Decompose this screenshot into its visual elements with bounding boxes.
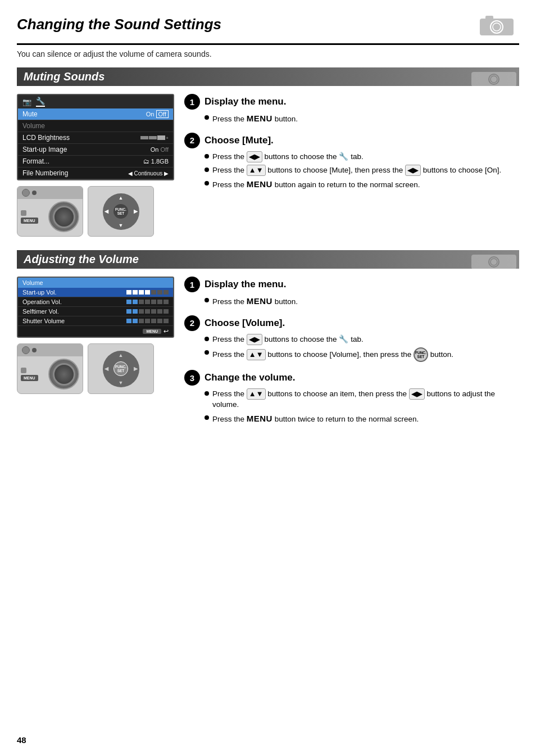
page-number: 48 (17, 735, 519, 745)
section-camera-icon-2 (469, 250, 519, 269)
screen-tab-bar: 📷 🔧 (18, 95, 173, 108)
bar2 (133, 319, 138, 323)
bar3 (139, 300, 144, 304)
volume-step-1-body: Press the MENU button. (205, 295, 519, 307)
bar1 (126, 319, 131, 323)
vol-step-3-number: 3 (184, 370, 200, 386)
funcset-button-inline: FUNC.SET (414, 347, 428, 362)
bar7 (163, 319, 169, 323)
ud-arrow-btn: ▲▼ (247, 165, 266, 176)
funcset-center-2: FUNC.SET (113, 361, 128, 376)
lr-arrow-btn-2: ◀▶ (405, 165, 421, 176)
volume-step-1-bullet-1: Press the MENU button. (205, 295, 519, 307)
svg-point-6 (490, 76, 497, 83)
lr-arrow-btn: ◀▶ (247, 151, 262, 162)
muting-step-1-header: 1 Display the menu. (184, 94, 519, 110)
selftimer-vol-bars (126, 309, 169, 314)
bar3 (139, 309, 144, 314)
muting-camera-buttons: MENU ▲ ▼ ◀ ▶ FUNC.SET (17, 186, 174, 237)
volume-step-2-body: Press the ◀▶ buttons to choose the 🔧 tab… (205, 334, 519, 362)
volume-steps: 1 Display the menu. Press the MENU butto… (184, 277, 519, 433)
camera-dpad-diagram: ▲ ▼ ◀ ▶ FUNC.SET (88, 186, 154, 237)
dpad-ring-2: ▲ ▼ ◀ ▶ FUNC.SET (103, 351, 139, 387)
bullet-dot (205, 391, 209, 396)
muting-step-2-text-1: Press the ◀▶ buttons to choose the 🔧 tab… (212, 151, 364, 162)
shutter-button-2 (32, 348, 37, 352)
muting-step-2-bullet-3: Press the MENU button again to return to… (205, 178, 519, 191)
section-camera-icon (469, 67, 519, 86)
bullet-dot (205, 115, 209, 120)
muting-step-2-bullet-1: Press the ◀▶ buttons to choose the 🔧 tab… (205, 151, 519, 162)
bar5 (151, 290, 156, 295)
muting-sounds-header: Muting Sounds (17, 67, 519, 86)
file-numbering-row: File Numbering ◀ Continuous ▶ (18, 168, 173, 179)
operation-vol-label: Operation Vol. (22, 298, 62, 305)
bar1 (126, 290, 131, 295)
operation-vol-row: Operation Vol. (18, 297, 173, 307)
bar4 (145, 319, 150, 323)
muting-left-col: 📷 🔧 Mute On Off Volume LCD Brightness + (17, 94, 174, 237)
dpad-right-arrow: ▶ (134, 209, 138, 214)
camera-body-left: MENU (17, 186, 83, 237)
bullet-dot (205, 154, 209, 159)
volume-row: Volume (18, 120, 173, 132)
wrench-symbol-2: 🔧 (339, 335, 348, 343)
volume-step-3-text-1: Press the ▲▼ buttons to choose an item, … (212, 388, 519, 410)
mode-dial (22, 189, 30, 197)
bar6 (157, 309, 162, 314)
dpad-left-2: ◀ (105, 366, 108, 372)
bar5 (151, 319, 156, 323)
lcd-brightness-value: + (140, 135, 169, 141)
lens-inner-2 (53, 363, 75, 386)
volume-screen-header: Volume (18, 278, 173, 288)
volume-step-3: 3 Change the volume. Press the ▲▼ button… (184, 370, 519, 425)
muting-step-1-bullet-1: Press the MENU button. (205, 112, 519, 125)
volume-step-3-title: Change the volume. (205, 372, 296, 383)
svg-rect-4 (471, 72, 516, 86)
volume-step-2-bullet-2: Press the ▲▼ buttons to choose [Volume],… (205, 347, 519, 362)
dpad-down-arrow: ▼ (119, 223, 124, 228)
camera-lens-2 (48, 359, 79, 390)
adjusting-volume-header: Adjusting the Volume (17, 250, 519, 269)
bar2 (133, 309, 138, 314)
camera-tab-icon: 📷 (22, 98, 31, 106)
screen-footer: MENU ↩ (18, 326, 173, 337)
muting-step-1-body: Press the MENU button. (205, 112, 519, 125)
dpad-2: ▲ ▼ ◀ ▶ FUNC.SET (103, 351, 139, 387)
menu-button-label-2: MENU (21, 375, 38, 381)
muting-step-2-text-3: Press the MENU button again to return to… (212, 178, 420, 191)
bar5 (151, 309, 156, 314)
page-subtitle: You can silence or adjust the volume of … (17, 49, 519, 58)
bar6 (157, 300, 162, 304)
bar5 (151, 300, 156, 304)
shutter-vol-bars (126, 319, 169, 323)
volume-camera-screen: Volume Start-up Vol. Operation Vol. (17, 277, 174, 338)
menu-keyword: MENU (247, 114, 272, 123)
vol-step-2-number: 2 (184, 315, 200, 331)
lr-arrow-vol-2: ◀▶ (409, 388, 425, 400)
bullet-dot (205, 337, 209, 341)
menu-keyword-3: MENU (247, 296, 272, 306)
step-2-number: 2 (184, 133, 200, 148)
dpad-up-2: ▲ (119, 352, 124, 358)
bullet-dot (205, 415, 209, 420)
bar7 (163, 309, 169, 314)
volume-step-2-text-1: Press the ◀▶ buttons to choose the 🔧 tab… (212, 334, 364, 345)
menu-keyword-4: MENU (247, 414, 272, 423)
menu-button-label: MENU (21, 218, 38, 224)
volume-camera-body: MENU (17, 343, 83, 394)
small-button (21, 210, 26, 216)
bar6 (157, 290, 162, 295)
volume-step-2-header: 2 Choose [Volume]. (184, 315, 519, 331)
volume-left-col: Volume Start-up Vol. Operation Vol. (17, 277, 174, 433)
page-title: Changing the Sound Settings (17, 11, 221, 35)
shutter-button (32, 191, 37, 195)
muting-step-2-header: 2 Choose [Mute]. (184, 133, 519, 148)
volume-label: Volume (22, 122, 45, 130)
selftimer-vol-label: Selftimer Vol. (22, 308, 59, 315)
volume-step-1: 1 Display the menu. Press the MENU butto… (184, 277, 519, 307)
bullet-dot (205, 181, 209, 185)
svg-point-5 (489, 74, 499, 84)
startup-image-row: Start-up Image On Off (18, 144, 173, 156)
mute-row: Mute On Off (18, 108, 173, 120)
